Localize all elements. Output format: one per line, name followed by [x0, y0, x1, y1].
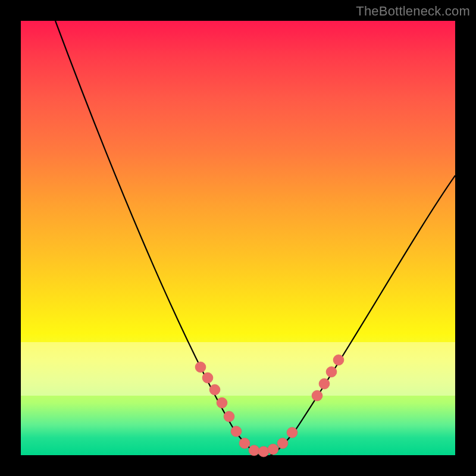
bottleneck-curve [55, 21, 455, 456]
svg-point-14 [326, 367, 337, 377]
watermark-text: TheBottleneck.com [356, 4, 470, 19]
svg-point-4 [224, 411, 234, 422]
svg-point-10 [277, 438, 288, 449]
curve-layer [21, 21, 455, 455]
chart-frame: TheBottleneck.com [0, 0, 476, 476]
svg-point-0 [195, 362, 206, 372]
plot-area [21, 21, 455, 455]
svg-point-7 [249, 445, 259, 456]
svg-point-6 [239, 438, 250, 449]
svg-point-8 [258, 446, 269, 457]
svg-point-2 [209, 384, 220, 395]
svg-point-13 [319, 378, 330, 389]
svg-point-1 [202, 372, 213, 383]
svg-point-12 [312, 390, 322, 401]
svg-point-3 [217, 397, 227, 408]
svg-point-15 [333, 355, 344, 365]
svg-point-11 [287, 427, 298, 438]
fit-markers [195, 355, 344, 457]
svg-point-5 [231, 426, 242, 437]
svg-point-9 [268, 444, 278, 455]
